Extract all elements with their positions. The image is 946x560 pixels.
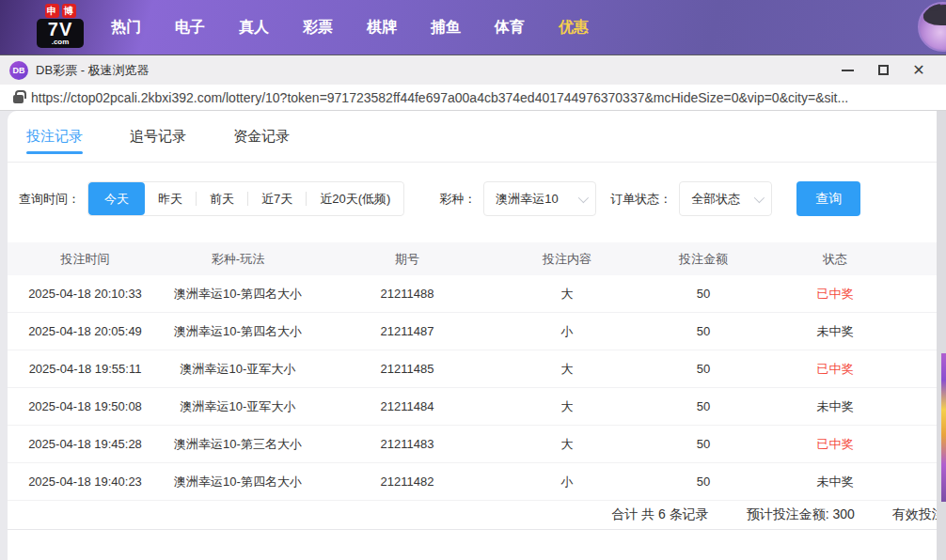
cell-status: 已中奖 <box>774 286 896 303</box>
cell-bet-amount: 50 <box>633 287 774 301</box>
lottery-select-value: 澳洲幸运10 <box>496 191 558 208</box>
nav-item-sports[interactable]: 体育 <box>495 18 525 38</box>
minimize-icon <box>842 70 854 71</box>
site-logo[interactable]: 申 博 7V .com <box>34 4 87 48</box>
summary-total: 合计 共 6 条记录 <box>611 506 708 523</box>
cell-status: 已中奖 <box>774 436 896 453</box>
nav-item-slots[interactable]: 电子 <box>175 18 205 38</box>
window-title: DB彩票 - 极速浏览器 <box>36 62 150 79</box>
column-header-content: 投注内容 <box>501 251 633 268</box>
nav-item-live[interactable]: 真人 <box>239 18 269 38</box>
tab-fund-records[interactable]: 资金记录 <box>233 111 290 162</box>
table-body: 2025-04-18 20:10:33 澳洲幸运10-第四名大小 2121148… <box>8 275 946 501</box>
cell-game-play: 澳洲幸运10-第四名大小 <box>163 286 313 303</box>
record-tabs: 投注记录 追号记录 资金记录 <box>8 111 946 163</box>
cell-bet-time: 2025-04-18 20:10:33 <box>8 287 163 301</box>
records-panel: 投注记录 追号记录 资金记录 查询时间： 今天 昨天 前天 近7天 近20天(低… <box>8 111 946 560</box>
cell-issue-number: 21211485 <box>313 362 501 376</box>
column-header-status: 状态 <box>774 251 896 268</box>
status-select-value: 全部状态 <box>691 191 740 208</box>
maximize-button[interactable] <box>865 57 901 84</box>
cell-issue-number: 21211487 <box>313 324 501 338</box>
page-background: 投注记录 追号记录 资金记录 查询时间： 今天 昨天 前天 近7天 近20天(低… <box>0 111 946 560</box>
cell-bet-amount: 50 <box>633 399 774 413</box>
cell-status: 未中奖 <box>774 398 896 415</box>
cell-bet-time: 2025-04-18 19:55:11 <box>8 362 163 376</box>
time-option-20days[interactable]: 近20天(低频) <box>307 182 403 215</box>
main-nav: 热门 电子 真人 彩票 棋牌 捕鱼 体育 优惠 <box>111 18 589 38</box>
cell-issue-number: 21211484 <box>313 399 501 413</box>
lottery-filter-label: 彩种： <box>439 191 476 208</box>
logo-main: 7V .com <box>37 19 84 48</box>
logo-badges: 申 博 <box>45 4 76 18</box>
time-filter-group: 今天 昨天 前天 近7天 近20天(低频) <box>87 181 404 216</box>
logo-badge-shen: 申 <box>45 4 59 18</box>
cell-bet-amount: 50 <box>633 324 774 338</box>
cell-game-play: 澳洲幸运10-第四名大小 <box>163 323 313 340</box>
logo-com-text: .com <box>37 39 84 46</box>
chevron-down-icon <box>578 192 589 202</box>
cell-game-play: 澳洲幸运10-第四名大小 <box>163 474 313 490</box>
close-button[interactable]: ✕ <box>901 57 937 84</box>
column-header-issue: 期号 <box>313 251 501 268</box>
cell-issue-number: 21211488 <box>313 287 501 301</box>
tab-chase-records[interactable]: 追号记录 <box>130 111 186 162</box>
cell-bet-content: 大 <box>501 286 633 303</box>
nav-item-promo[interactable]: 优惠 <box>559 18 589 38</box>
cell-bet-content: 小 <box>501 474 633 490</box>
cell-bet-content: 大 <box>501 398 633 415</box>
side-floating-widget[interactable] <box>941 353 946 502</box>
time-option-today[interactable]: 今天 <box>88 182 145 215</box>
cell-game-play: 澳洲幸运10-亚军大小 <box>163 361 313 378</box>
order-status-select[interactable]: 全部状态 <box>679 181 772 216</box>
cell-bet-content: 大 <box>501 436 633 453</box>
cell-game-play: 澳洲幸运10-亚军大小 <box>163 398 313 415</box>
cell-bet-time: 2025-04-18 19:40:23 <box>8 474 163 489</box>
lottery-select[interactable]: 澳洲幸运10 <box>483 181 596 216</box>
table-row: 2025-04-18 19:55:11 澳洲幸运10-亚军大小 21211485… <box>8 350 946 388</box>
summary-expected-amount: 预计投注金额: 300 <box>747 506 855 523</box>
cell-bet-time: 2025-04-18 19:45:28 <box>8 437 163 451</box>
nav-item-lottery[interactable]: 彩票 <box>303 18 333 38</box>
tab-bet-records[interactable]: 投注记录 <box>26 111 83 162</box>
cell-bet-amount: 50 <box>633 474 774 489</box>
browser-titlebar: DB DB彩票 - 极速浏览器 ✕ <box>0 54 946 85</box>
address-bar: https://ctop02pcali.2kbxi392.com/lottery… <box>0 85 946 111</box>
table-row: 2025-04-18 19:50:08 澳洲幸运10-亚军大小 21211484… <box>8 388 946 426</box>
filter-bar: 查询时间： 今天 昨天 前天 近7天 近20天(低频) 彩种： 澳洲幸运10 订… <box>19 181 946 216</box>
url-text[interactable]: https://ctop02pcali.2kbxi392.com/lottery… <box>31 90 937 105</box>
logo-badge-bo: 博 <box>62 4 76 18</box>
column-header-time: 投注时间 <box>8 251 163 268</box>
cell-bet-amount: 50 <box>633 362 774 376</box>
cell-issue-number: 21211483 <box>313 437 501 451</box>
nav-item-cards[interactable]: 棋牌 <box>367 18 397 38</box>
window-controls: ✕ <box>829 57 937 84</box>
table-row: 2025-04-18 19:40:23 澳洲幸运10-第四名大小 2121148… <box>8 463 946 501</box>
cell-issue-number: 21211482 <box>313 474 501 489</box>
cell-bet-content: 小 <box>501 323 633 340</box>
summary-bar: 合计 共 6 条记录 预计投注金额: 300 有效投注金额: 300 <box>8 502 946 530</box>
table-row: 2025-04-18 20:05:49 澳洲幸运10-第四名大小 2121148… <box>8 313 946 350</box>
time-option-yesterday[interactable]: 昨天 <box>145 182 196 215</box>
column-header-game: 彩种-玩法 <box>163 251 313 268</box>
table-row: 2025-04-18 19:45:28 澳洲幸运10-第三名大小 2121148… <box>8 426 946 463</box>
cell-status: 未中奖 <box>774 323 896 340</box>
table-header: 投注时间 彩种-玩法 期号 投注内容 投注金额 状态 <box>8 242 946 275</box>
user-avatar[interactable] <box>918 2 946 52</box>
cell-bet-time: 2025-04-18 19:50:08 <box>8 399 163 413</box>
maximize-icon <box>878 65 889 75</box>
cell-bet-content: 大 <box>501 361 633 378</box>
cell-bet-amount: 50 <box>633 437 774 451</box>
logo-text: 7V <box>37 20 84 39</box>
minimize-button[interactable] <box>829 57 865 84</box>
lock-icon <box>13 95 24 103</box>
browser-app-icon: DB <box>9 61 28 80</box>
table-row: 2025-04-18 20:10:33 澳洲幸运10-第四名大小 2121148… <box>8 275 946 313</box>
nav-item-hot[interactable]: 热门 <box>111 18 141 38</box>
time-option-7days[interactable]: 近7天 <box>248 182 306 215</box>
time-option-day-before[interactable]: 前天 <box>197 182 247 215</box>
cell-status: 已中奖 <box>774 361 896 378</box>
status-filter-label: 订单状态： <box>610 191 671 208</box>
search-button[interactable]: 查询 <box>796 181 860 216</box>
nav-item-fishing[interactable]: 捕鱼 <box>431 18 461 38</box>
